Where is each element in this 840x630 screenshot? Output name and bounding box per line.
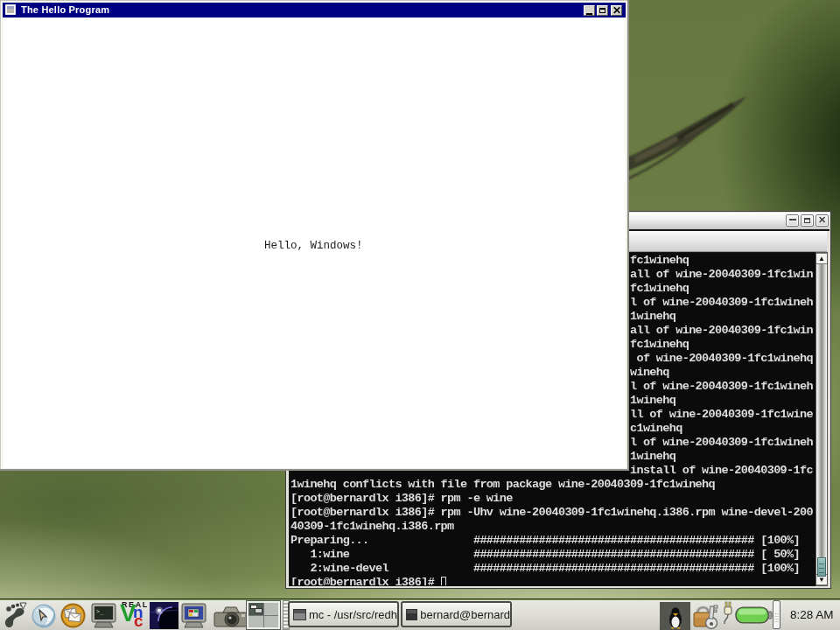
svg-text:>_: >_ — [96, 608, 104, 615]
